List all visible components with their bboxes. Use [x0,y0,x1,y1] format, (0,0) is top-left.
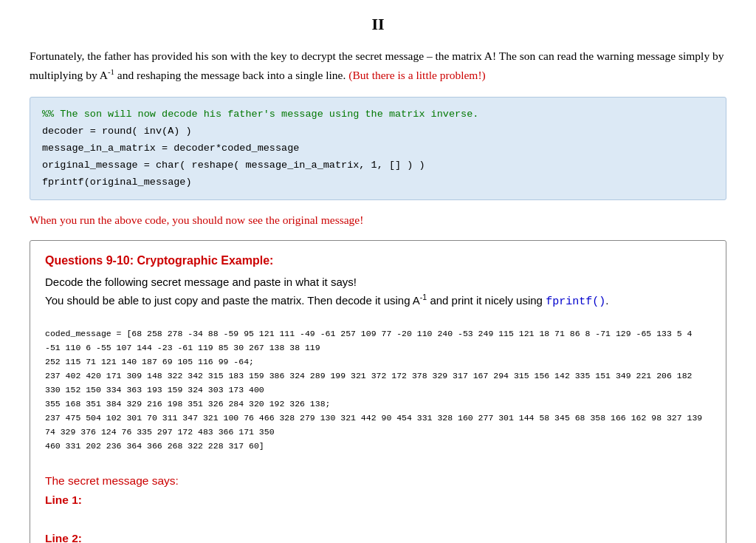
superscript-2: -1 [420,293,427,301]
answer-label: The secret message says: [45,474,711,488]
code-line-2: message_in_a_matrix = decoder*coded_mess… [42,140,714,157]
question-box: Questions 9-10: Cryptographic Example: D… [30,240,726,543]
intro-paragraph: Fortunately, the father has provided his… [30,47,726,85]
question-line-1: Decode the following secret message and … [45,273,711,291]
problem-highlight: (But there is a little problem!) [348,69,486,81]
question-title: Questions 9-10: Cryptographic Example: [45,254,711,267]
question-line-2c: . [605,294,608,307]
answer-line-1: Line 1: [45,494,711,507]
code-comment: %% The son will now decode his father's … [42,106,714,123]
inline-code: fprintf() [546,296,605,308]
coded-message-block: coded_message = [68 258 278 -34 88 -59 9… [45,321,711,460]
code-line-3: original_message = char( reshape( messag… [42,157,714,174]
question-line-2b: and print it nicely using [430,294,546,307]
page-title: II [30,15,726,34]
intro-text-2: and reshaping the message back into a si… [117,69,348,81]
question-line-2: You should be able to just copy and past… [45,291,711,311]
question-body: Decode the following secret message and … [45,273,711,311]
code-line-1: decoder = round( inv(A) ) [42,123,714,140]
answer-section: The secret message says: Line 1: Line 2: [45,474,711,543]
answer-line-2-label [45,520,711,526]
code-line-4: fprintf(original_message) [42,174,714,191]
run-message: When you run the above code, you should … [30,214,726,227]
answer-line-2: Line 2: [45,532,711,543]
code-block: %% The son will now decode his father's … [30,97,726,201]
superscript-1: -1 [108,67,114,76]
question-line-2a: You should be able to just copy and past… [45,294,420,307]
